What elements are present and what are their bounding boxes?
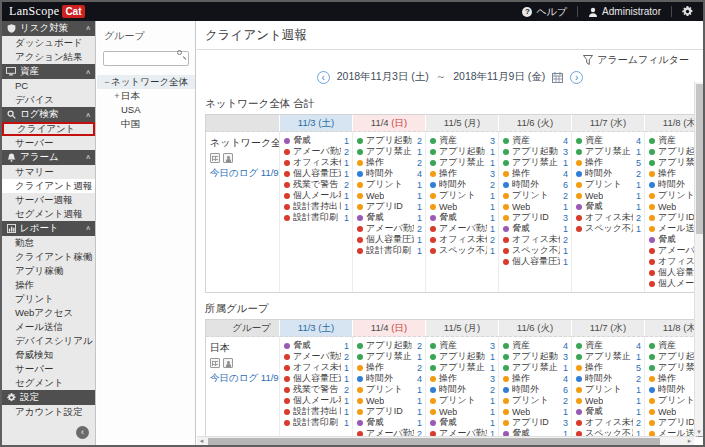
alarm-count-link[interactable]: 1 (341, 341, 349, 351)
alarm-count-link[interactable]: 6 (560, 385, 568, 395)
alarm-count-link[interactable]: 1 (341, 158, 349, 168)
alarm-count-link[interactable]: 1 (487, 418, 495, 428)
alarm-count-link[interactable]: 1 (487, 407, 495, 417)
alarm-count-link[interactable]: 2 (341, 147, 349, 157)
alarm-count-link[interactable]: 2 (341, 352, 349, 362)
alarm-count-link[interactable]: 1 (633, 202, 641, 212)
alarm-count-link[interactable]: 1 (414, 147, 422, 157)
alarm-count-link[interactable]: 2 (633, 374, 641, 384)
alarm-count-link[interactable]: 1 (560, 224, 568, 234)
alarm-count-link[interactable]: 4 (414, 374, 422, 384)
tree-item-usa[interactable]: USA (97, 103, 195, 117)
sidebar-item-app-uptime[interactable]: アプリ稼働 (2, 264, 95, 278)
mini-user-icon[interactable] (223, 358, 233, 368)
scroll-right-arrow[interactable]: ▸ (685, 437, 694, 445)
alarm-count-link[interactable]: 1 (487, 363, 495, 373)
today-log-link[interactable]: 今日のログ 11/9 (金) (210, 167, 275, 180)
mini-calendar-icon[interactable] (210, 153, 220, 163)
sidebar-item-summary[interactable]: サマリー (2, 165, 95, 179)
sidebar-item-segment[interactable]: セグメント (2, 376, 95, 390)
alarm-count-link[interactable]: 4 (560, 169, 568, 179)
alarm-count-link[interactable]: 1 (633, 385, 641, 395)
alarm-count-link[interactable]: 1 (341, 374, 349, 384)
alarm-count-link[interactable]: 3 (560, 418, 568, 428)
alarm-count-link[interactable]: 1 (487, 147, 495, 157)
alarm-count-link[interactable]: 1 (633, 396, 641, 406)
alarm-count-link[interactable]: 5 (633, 158, 641, 168)
alarm-count-link[interactable]: 2 (633, 418, 641, 428)
sidebar-item-threat-detection[interactable]: 脅威検知 (2, 348, 95, 362)
alarm-count-link[interactable]: 2 (414, 224, 422, 234)
mini-user-icon[interactable] (223, 153, 233, 163)
alarm-count-link[interactable]: 1 (414, 407, 422, 417)
alarm-count-link[interactable]: 1 (560, 202, 568, 212)
horizontal-scrollbar-thumb[interactable] (208, 438, 660, 445)
sidebar-item-account-settings[interactable]: アカウント設定 (2, 405, 95, 419)
alarm-count-link[interactable]: 1 (560, 407, 568, 417)
alarm-count-link[interactable]: 1 (487, 202, 495, 212)
sidebar-item-server[interactable]: サーバー (2, 362, 95, 376)
prev-week-button[interactable]: ‹ (317, 71, 330, 84)
alarm-count-link[interactable]: 1 (560, 257, 568, 267)
alarm-count-link[interactable]: 3 (560, 147, 568, 157)
alarm-count-link[interactable]: 1 (633, 191, 641, 201)
alarm-count-link[interactable]: 1 (414, 202, 422, 212)
alarm-count-link[interactable]: 1 (414, 396, 422, 406)
scroll-down-arrow[interactable]: ▾ (695, 427, 703, 436)
alarm-count-link[interactable]: 4 (560, 341, 568, 351)
sidebar-item-segment-weekly[interactable]: セグメント週報 (2, 207, 95, 221)
alarm-count-link[interactable]: 2 (341, 385, 349, 395)
sidebar-section-alarm[interactable]: アラーム∧ (2, 150, 95, 165)
alarm-count-link[interactable]: 6 (560, 180, 568, 190)
tree-expander[interactable]: − (103, 75, 111, 89)
alarm-count-link[interactable]: 5 (633, 363, 641, 373)
alarm-count-link[interactable]: 1 (487, 213, 495, 223)
alarm-count-link[interactable]: 2 (487, 235, 495, 245)
sidebar-item-web-access[interactable]: Webアクセス (2, 306, 95, 320)
sidebar-item-server-weekly[interactable]: サーバー週報 (2, 193, 95, 207)
sidebar-section-settings[interactable]: 設定 (2, 390, 95, 405)
alarm-count-link[interactable]: 2 (487, 180, 495, 190)
sidebar-section-log-search[interactable]: ログ検索∧ (2, 107, 95, 122)
alarm-count-link[interactable]: 1 (414, 418, 422, 428)
sidebar-item-attendance[interactable]: 勤怠 (2, 236, 95, 250)
alarm-count-link[interactable]: 4 (633, 136, 641, 146)
alarm-filter-button[interactable]: アラームフィルター (197, 50, 703, 66)
sidebar-item-devices[interactable]: デバイス (2, 93, 95, 107)
alarm-count-link[interactable]: 2 (414, 136, 422, 146)
tree-item-japan[interactable]: +日本 (97, 89, 195, 103)
alarm-count-link[interactable]: 1 (414, 180, 422, 190)
alarm-count-link[interactable]: 1 (414, 352, 422, 362)
sidebar-item-client[interactable]: クライアント (2, 122, 95, 136)
alarm-count-link[interactable]: 1 (341, 202, 349, 212)
alarm-count-link[interactable]: 1 (633, 180, 641, 190)
sidebar-item-device-serial[interactable]: デバイスシリアル (2, 334, 95, 348)
sidebar-item-dashboard[interactable]: ダッシュボード (2, 36, 95, 50)
user-menu[interactable]: Administrator (578, 2, 671, 21)
vertical-scrollbar-thumb[interactable] (696, 84, 703, 234)
alarm-count-link[interactable]: 2 (633, 169, 641, 179)
tree-item-china[interactable]: 中国 (97, 117, 195, 131)
alarm-count-link[interactable]: 3 (487, 136, 495, 146)
sidebar-item-print[interactable]: プリント (2, 292, 95, 306)
alarm-count-link[interactable]: 2 (414, 158, 422, 168)
alarm-count-link[interactable]: 2 (414, 363, 422, 373)
alarm-count-link[interactable]: 1 (633, 352, 641, 362)
calendar-button[interactable] (552, 72, 563, 83)
alarm-count-link[interactable]: 1 (487, 224, 495, 234)
alarm-count-link[interactable]: 1 (414, 235, 422, 245)
alarm-count-link[interactable]: 1 (633, 147, 641, 157)
alarm-count-link[interactable]: 1 (341, 418, 349, 428)
sidebar-collapse-button[interactable]: ‹ (76, 426, 89, 439)
alarm-count-link[interactable]: 3 (560, 213, 568, 223)
alarm-count-link[interactable]: 3 (487, 169, 495, 179)
alarm-count-link[interactable]: 3 (487, 374, 495, 384)
alarm-count-link[interactable]: 1 (633, 407, 641, 417)
mini-calendar-icon[interactable] (210, 358, 220, 368)
sidebar-item-client-uptime[interactable]: クライアント稼働 (2, 250, 95, 264)
next-week-button[interactable]: › (570, 71, 583, 84)
alarm-count-link[interactable]: 1 (341, 363, 349, 373)
alarm-count-link[interactable]: 1 (487, 158, 495, 168)
alarm-count-link[interactable]: 1 (341, 213, 349, 223)
alarm-count-link[interactable]: 1 (341, 136, 349, 146)
